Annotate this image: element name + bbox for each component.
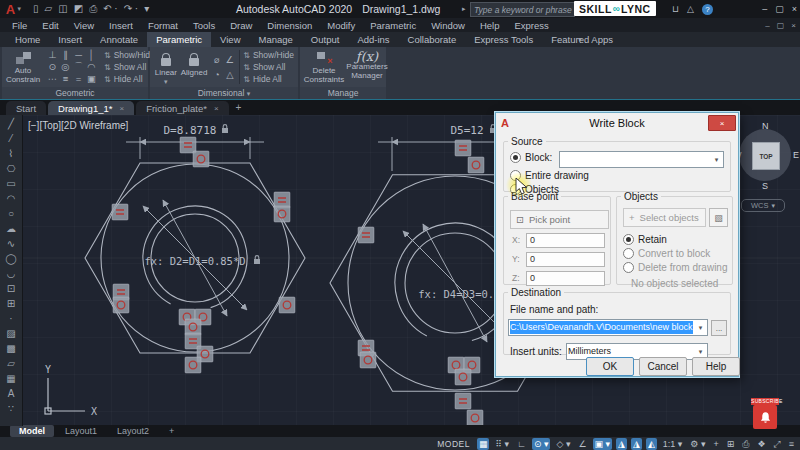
scale-control[interactable]: 1:1 ▾: [661, 438, 685, 450]
subscribe-bell-button[interactable]: [753, 405, 777, 429]
minimize-button[interactable]: –: [762, 4, 767, 14]
region-icon[interactable]: ▱: [7, 356, 15, 371]
aligned-constraint-button[interactable]: Aligned: [181, 48, 208, 86]
ribbon-tab[interactable]: Express Tools: [465, 32, 542, 47]
line-tool-icon[interactable]: ╱: [8, 116, 14, 131]
table-icon[interactable]: ▦: [6, 371, 15, 386]
plot-icon[interactable]: ⎙: [740, 438, 751, 450]
circle-icon[interactable]: ○: [8, 206, 14, 221]
ribbon-tab[interactable]: Collaborate: [399, 32, 466, 47]
dimensional-constraint-icon[interactable]: ∠: [223, 52, 236, 67]
dimensional-constraint-icon[interactable]: ◔: [210, 67, 223, 82]
arc-icon[interactable]: ◠: [7, 191, 16, 206]
file-path-value[interactable]: C:\Users\Devanandh.V\Documents\new block…: [510, 321, 693, 334]
help-button[interactable]: Help: [692, 357, 740, 376]
model-space-label[interactable]: MODEL: [437, 439, 470, 449]
constraint-icon[interactable]: =: [72, 73, 85, 85]
ellipse-icon[interactable]: ◯: [5, 251, 16, 266]
new-layout-button[interactable]: +: [160, 425, 183, 437]
revision-cloud-icon[interactable]: ☁: [6, 221, 16, 236]
qat-customize-icon[interactable]: ▾: [144, 1, 149, 17]
annotation-autoscale-icon[interactable]: ◮: [631, 438, 642, 450]
quick-select-button[interactable]: ▧: [709, 208, 728, 227]
isolate-objects-icon[interactable]: ⤢: [772, 438, 783, 450]
menu-item[interactable]: Draw: [230, 20, 252, 31]
doc-minimize-button[interactable]: –: [765, 21, 769, 30]
ribbon-tab[interactable]: Insert: [49, 32, 91, 47]
osnap-icon[interactable]: ▣ ▾: [593, 438, 613, 450]
show-hide-button[interactable]: ⇅Show/Hide: [104, 50, 155, 60]
ribbon-tab[interactable]: Manage: [250, 32, 302, 47]
menu-item[interactable]: Tools: [193, 20, 215, 31]
model-tab[interactable]: Model: [10, 425, 54, 437]
undo-icon[interactable]: ↶ ·: [103, 1, 118, 17]
file-tab-start[interactable]: Start: [6, 101, 46, 115]
layout1-tab[interactable]: Layout1: [56, 425, 106, 437]
menu-item[interactable]: Format: [148, 20, 178, 31]
rectangle-icon[interactable]: ▭: [6, 176, 15, 191]
construction-line-icon[interactable]: ⁄: [10, 131, 12, 146]
insert-block-icon[interactable]: ⊡: [7, 281, 15, 296]
show-all-button[interactable]: ⇅Show All: [243, 62, 294, 72]
otrack-icon[interactable]: ∠: [576, 438, 588, 450]
alert-icon[interactable]: △: [687, 4, 694, 14]
menu-item[interactable]: Dimension: [267, 20, 312, 31]
linear-constraint-button[interactable]: Linear ▾: [154, 48, 178, 86]
dialog-close-button[interactable]: ×: [708, 115, 736, 131]
open-folder-icon[interactable]: ▱: [45, 1, 53, 17]
constraint-icon[interactable]: ⌒: [72, 61, 85, 73]
file-path-combo[interactable]: C:\Users\Devanandh.V\Documents\new block…: [508, 319, 708, 336]
hide-all-button[interactable]: ⇅Hide All: [243, 74, 294, 84]
subscribe-overlay[interactable]: SUBSCRIBE: [751, 398, 779, 429]
browse-button[interactable]: ...: [711, 320, 727, 336]
pick-point-button[interactable]: ⊡ Pick point: [510, 210, 609, 229]
dimensional-constraint-icon[interactable]: △: [223, 67, 236, 82]
ribbon-tab[interactable]: Annotate: [91, 32, 147, 47]
polar-tracking-icon[interactable]: ⊙ ▾: [532, 438, 551, 450]
viewcube-east[interactable]: E: [793, 150, 799, 160]
menu-item[interactable]: Parametric: [370, 20, 416, 31]
ribbon-tab[interactable]: Output: [302, 32, 349, 47]
y-input[interactable]: 0: [526, 252, 605, 267]
make-block-icon[interactable]: ⊞: [7, 296, 15, 311]
ribbon-display-icon[interactable]: ▾: [578, 32, 582, 47]
menu-item[interactable]: Window: [431, 20, 465, 31]
file-tab-drawing1[interactable]: Drawing1_1*×: [48, 101, 134, 115]
hide-all-button[interactable]: ⇅Hide All: [104, 74, 155, 84]
snap-mode-icon[interactable]: ⠿ ▾: [493, 438, 511, 450]
restore-button[interactable]: ▢: [775, 4, 784, 14]
doc-restore-button[interactable]: ▢: [777, 21, 785, 30]
cancel-button[interactable]: Cancel: [639, 357, 687, 376]
constraint-icon[interactable]: ∥: [59, 49, 72, 61]
help-icon[interactable]: ?: [702, 4, 713, 15]
constraint-icon[interactable]: ⊙: [46, 61, 59, 73]
constraint-icon[interactable]: ▣: [85, 73, 98, 85]
annotation-visibility-icon[interactable]: ◮: [616, 438, 627, 450]
radio-delete-from-drawing[interactable]: Delete from drawing: [623, 262, 727, 273]
view-cube[interactable]: N S W E TOP: [737, 121, 795, 197]
ribbon-tab[interactable]: Add-ins: [348, 32, 398, 47]
constraint-icon[interactable]: ◠: [85, 61, 98, 73]
constraint-icon[interactable]: ─: [72, 49, 85, 61]
menu-item[interactable]: Express: [514, 20, 548, 31]
new-file-icon[interactable]: ▯: [33, 1, 39, 17]
plus-icon[interactable]: +: [711, 438, 720, 450]
save-as-icon[interactable]: ◩: [74, 1, 83, 17]
autocad-app-menu[interactable]: A▼: [3, 1, 25, 17]
isodraft-icon[interactable]: ◇ ▾: [554, 438, 572, 450]
dimensional-constraint-icon[interactable]: ⌀: [210, 52, 223, 67]
constraint-icon[interactable]: ≡: [59, 73, 72, 85]
delete-constraints-button[interactable]: × Delete Constraints: [304, 48, 344, 86]
close-icon[interactable]: ×: [119, 104, 124, 113]
z-input[interactable]: 0: [526, 271, 605, 286]
constraint-icon[interactable]: │: [85, 49, 98, 61]
viewcube-north[interactable]: N: [762, 121, 769, 131]
panel-label-dimensional[interactable]: Dimensional ▾: [150, 87, 298, 99]
system-monitor-icon[interactable]: ⊞: [725, 438, 737, 450]
constraint-icon[interactable]: ◎: [59, 61, 72, 73]
radio-button[interactable]: [623, 262, 634, 273]
point-icon[interactable]: ·: [9, 311, 12, 326]
ribbon-tab[interactable]: Home: [6, 32, 49, 47]
radio-block[interactable]: Block:: [510, 152, 552, 163]
gradient-icon[interactable]: ▩: [6, 341, 15, 356]
